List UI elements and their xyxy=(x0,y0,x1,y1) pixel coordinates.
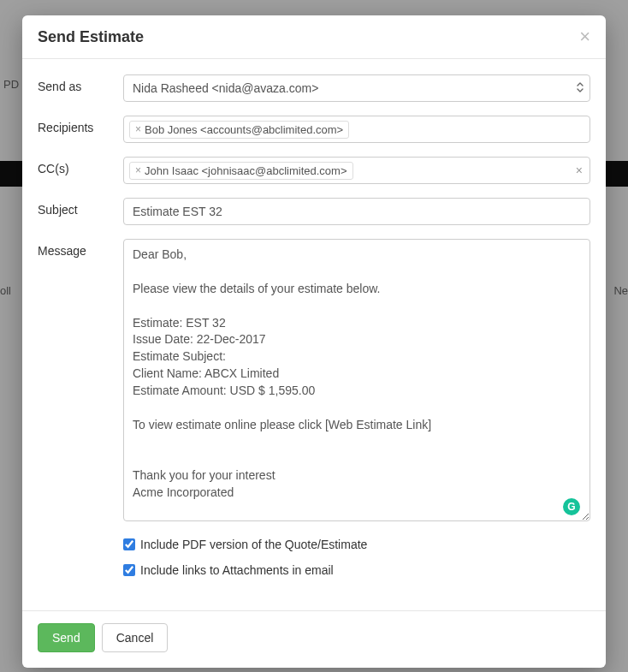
modal-footer: Send Cancel xyxy=(22,610,606,668)
message-textarea[interactable] xyxy=(123,239,590,521)
include-pdf-checkbox[interactable] xyxy=(123,538,135,550)
ccs-input[interactable]: × John Isaac <johnisaac@abclimited.com> … xyxy=(123,157,590,184)
recipient-tag: × Bob Jones <accounts@abclimited.com> xyxy=(129,121,349,139)
modal-body: Send as Nida Rasheed <nida@avaza.com> Re… xyxy=(22,59,606,610)
include-attachments-row[interactable]: Include links to Attachments in email xyxy=(123,563,590,577)
remove-tag-icon[interactable]: × xyxy=(135,123,141,135)
send-as-label: Send as xyxy=(38,74,123,93)
send-as-select[interactable]: Nida Rasheed <nida@avaza.com> xyxy=(123,74,590,102)
clear-ccs-icon[interactable]: × xyxy=(576,164,583,177)
send-estimate-modal: Send Estimate × Send as Nida Rasheed <ni… xyxy=(22,15,606,668)
modal-header: Send Estimate × xyxy=(22,15,606,59)
send-button[interactable]: Send xyxy=(38,623,95,652)
ccs-row: CC(s) × John Isaac <johnisaac@abclimited… xyxy=(38,157,590,184)
recipients-input[interactable]: × Bob Jones <accounts@abclimited.com> xyxy=(123,116,590,143)
cc-tag-label: John Isaac <johnisaac@abclimited.com> xyxy=(145,164,347,177)
include-pdf-row[interactable]: Include PDF version of the Quote/Estimat… xyxy=(123,538,590,551)
cancel-button[interactable]: Cancel xyxy=(102,623,169,652)
message-label: Message xyxy=(38,239,123,258)
include-attachments-checkbox[interactable] xyxy=(123,564,135,576)
send-as-row: Send as Nida Rasheed <nida@avaza.com> xyxy=(38,74,590,102)
include-pdf-label: Include PDF version of the Quote/Estimat… xyxy=(140,538,367,551)
recipient-tag-label: Bob Jones <accounts@abclimited.com> xyxy=(145,123,343,136)
close-icon: × xyxy=(579,26,590,47)
ccs-label: CC(s) xyxy=(38,157,123,175)
subject-input[interactable] xyxy=(123,198,590,225)
subject-label: Subject xyxy=(38,198,123,217)
include-attachments-label: Include links to Attachments in email xyxy=(140,563,334,577)
message-row: Message G xyxy=(38,239,590,524)
modal-title: Send Estimate xyxy=(38,28,144,46)
subject-row: Subject xyxy=(38,198,590,225)
close-button[interactable]: × xyxy=(579,27,590,46)
cc-tag: × John Isaac <johnisaac@abclimited.com> xyxy=(129,162,353,180)
remove-tag-icon[interactable]: × xyxy=(135,164,141,176)
recipients-label: Recipients xyxy=(38,116,123,134)
recipients-row: Recipients × Bob Jones <accounts@abclimi… xyxy=(38,116,590,143)
